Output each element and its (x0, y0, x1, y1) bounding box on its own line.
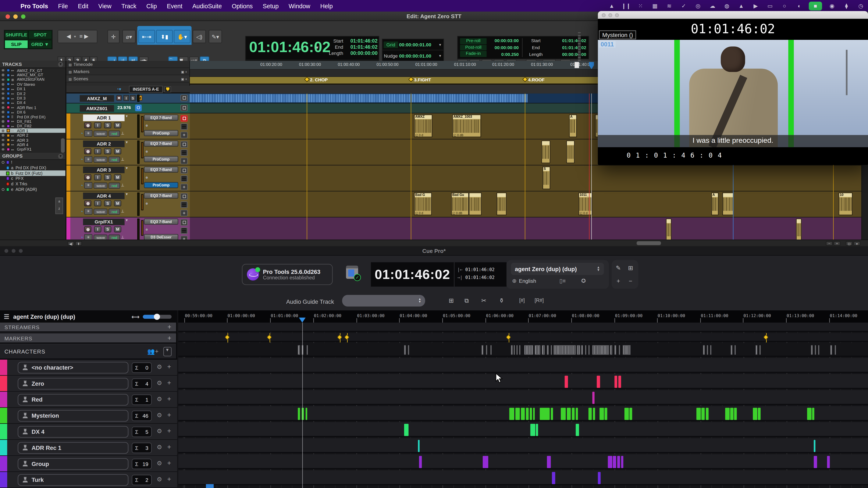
group-c[interactable]: cPFX (0, 176, 65, 181)
audio-clip[interactable] (497, 193, 506, 215)
group-b[interactable]: bFutz DX (Futz) (0, 171, 65, 176)
character-row-mysterion[interactable]: Mysterion Σ46 ⚙ + (0, 408, 177, 424)
menu-file[interactable]: File (53, 3, 73, 9)
cue-clip[interactable] (526, 408, 529, 420)
video-close-button[interactable] (602, 13, 606, 17)
grid-label[interactable]: Grid (383, 41, 398, 48)
duplicate-session-icon[interactable]: ⊞ (625, 262, 636, 273)
h-resize-icon[interactable]: ⟷ (132, 314, 140, 320)
guide-audio-segment[interactable] (482, 345, 484, 355)
selection-end[interactable]: 01:01:46:02 (345, 44, 378, 51)
edit-horizontal-scrollbar[interactable]: ◀| ⬆ − + ⊡ ▾ (0, 239, 868, 246)
zoom-in-button[interactable]: + (834, 241, 840, 246)
cue-clip[interactable] (419, 456, 422, 468)
cue-clip[interactable] (734, 408, 737, 420)
streamers-section[interactable]: STREAMERS + (0, 323, 176, 332)
character-row-dx-4[interactable]: DX 4 Σ5 ⚙ + (0, 424, 177, 440)
track-name-menu-icon[interactable]: ▼ (125, 141, 128, 144)
cue-clip[interactable] (753, 408, 757, 420)
track-name-menu-icon[interactable]: ▼ (125, 115, 128, 118)
script-doc-icon[interactable]: ▯≡ (559, 278, 566, 284)
character-name-pill[interactable]: Red (18, 394, 128, 405)
character-row-group[interactable]: Group Σ19 ⚙ + (0, 456, 177, 472)
hscroll-thumb[interactable] (637, 241, 661, 245)
cue-clip[interactable] (536, 424, 538, 436)
audio-guide-select[interactable]: ▲▼ (342, 295, 425, 306)
stage-manager-icon[interactable]: ❙❙ (622, 2, 631, 10)
cue-lanes[interactable] (178, 323, 868, 488)
guide-audio-segment[interactable] (815, 345, 816, 355)
menu-edit[interactable]: Edit (73, 3, 93, 9)
guide-audio-segment[interactable] (511, 345, 513, 355)
sidebar-scrollbar[interactable] (61, 138, 65, 153)
cue-clip[interactable] (758, 408, 761, 420)
track-insert-add-button[interactable]: + (181, 132, 188, 138)
guide-audio-segment[interactable] (623, 345, 631, 355)
scene-marker-2-chop[interactable]: 2. CHOP (305, 77, 328, 83)
cue-clip[interactable] (706, 408, 709, 420)
selection-length[interactable]: 00:00:00:00 (345, 51, 378, 57)
audio-clip[interactable] (469, 193, 482, 215)
cue-clip[interactable] (483, 456, 488, 468)
track-view-selector[interactable]: wave (94, 130, 107, 136)
cue-clip[interactable] (572, 408, 575, 420)
track-name-menu-icon[interactable]: ▼ (125, 219, 128, 222)
guide-audio-segment[interactable] (615, 345, 616, 355)
guide-audio-segment[interactable] (619, 345, 620, 355)
track-name-6[interactable]: Grp/FX1 (83, 219, 125, 225)
group-e[interactable]: eADR (ADR) (0, 187, 65, 192)
zoom-out-button[interactable]: − (826, 241, 832, 246)
inserts-header[interactable]: INSERTS A-E (129, 86, 163, 93)
cue-clip[interactable] (564, 376, 568, 388)
character-name-pill[interactable]: Zero (18, 378, 128, 389)
cue-clip[interactable] (533, 408, 535, 420)
character-row-zero[interactable]: Zero Σ4 ⚙ + (0, 376, 177, 392)
track-I-button[interactable]: I (94, 122, 101, 128)
guide-audio-segment[interactable] (514, 345, 515, 355)
automation-pie-icon[interactable]: ◔ (80, 157, 83, 162)
zoom-slider[interactable] (143, 315, 172, 318)
character-name-pill[interactable]: Mysterion (18, 410, 128, 421)
playlist-selector[interactable]: red (109, 130, 120, 136)
dots-app-icon[interactable]: ⁙ (636, 2, 645, 10)
insert-a-3[interactable]: EQ3 7-Band (144, 141, 178, 147)
menu-clip[interactable]: Clip (141, 3, 162, 9)
guide-audio-segment[interactable] (542, 345, 545, 355)
audio-clip-s[interactable]: S (542, 166, 550, 189)
scroll-left-button[interactable]: ◀| (68, 241, 74, 246)
guide-audio-segment[interactable] (756, 345, 757, 355)
film-reel-icon[interactable]: ✪ (581, 278, 586, 284)
scenes-add-icon[interactable]: ▣ + (181, 77, 187, 80)
sidebar-track-adr-2[interactable]: ▸▸ADR 2 (0, 133, 65, 138)
scene-marker-3-fight[interactable]: 3.FIGHT (409, 77, 431, 83)
insert-c-3[interactable]: ProComp (144, 156, 178, 162)
renumber-r-button[interactable]: [R#] (532, 295, 546, 306)
cue-clip[interactable] (617, 456, 620, 468)
character-row-red[interactable]: Red Σ1 ⚙ + (0, 392, 177, 408)
siri-icon[interactable]: ◖ (795, 2, 803, 10)
sidebar-track-adr-rec-1[interactable]: ▸▸ADR Rec 1 (0, 105, 65, 110)
edit-mode-slip[interactable]: SLIP (4, 40, 28, 49)
track-rec-button[interactable] (84, 200, 91, 206)
glue-cue-button[interactable]: ⚱ (496, 295, 507, 306)
character-settings-icon[interactable]: ⚙ (157, 476, 162, 483)
elastic-audio-button[interactable]: ✳ (84, 156, 93, 163)
track-insert-add-button[interactable]: + (181, 210, 188, 216)
group-![interactable]: ! (0, 160, 65, 165)
automation-pie-icon[interactable]: ◔ (80, 209, 83, 214)
guide-audio-segment[interactable] (404, 345, 406, 355)
timeline-track-adr-3[interactable]: ADR 3 ▼ ISM ◔ ✳ wave red ⊥ EQ3 7-Band Pr… (66, 165, 868, 192)
sidebar-track-amxz-fx-gt[interactable]: ▸▸AMXZ_FX_GT (0, 68, 65, 73)
audio-guide-lane[interactable] (178, 343, 868, 357)
elastic-audio-button[interactable]: ✳ (84, 182, 93, 189)
character-add-icon[interactable]: + (167, 363, 171, 371)
streamers-lane[interactable] (178, 323, 868, 332)
guide-audio-segment[interactable] (707, 345, 708, 355)
cue-clip[interactable] (576, 424, 579, 436)
cue-playhead-icon[interactable] (299, 318, 306, 323)
cue-lane-adr-rec-1[interactable] (178, 438, 868, 453)
close-button[interactable] (5, 14, 10, 19)
playlist-selector[interactable]: red (109, 182, 120, 189)
track-output-window-button[interactable] (181, 115, 188, 122)
audio-clip-bad-gu[interactable]: Bad Gu◱ 0 dB (451, 193, 469, 215)
